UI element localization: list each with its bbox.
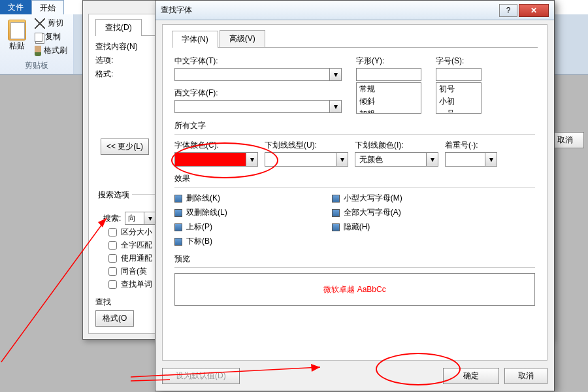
emphasis-label: 着重号(·): [445,140,497,151]
tab-start[interactable]: 开始 [31,0,64,14]
format-brush-button[interactable]: 格式刷 [33,44,69,57]
checkbox-icon [332,195,340,203]
tab-font[interactable]: 字体(N) [172,31,218,48]
dialog-title: 查找字体 [161,5,499,16]
size-input[interactable] [436,68,482,81]
eff-allcaps[interactable]: 全部大写字母(A) [332,207,402,218]
preview-title: 预览 [174,253,535,265]
find-options-label: 选项: [95,56,113,65]
paste-button[interactable]: 粘贴 [4,17,30,57]
cut-icon [35,18,45,29]
all-text-title: 所有文字 [174,120,535,131]
underline-color-label: 下划线颜色(I): [355,140,438,151]
style-label: 字形(Y): [356,56,421,67]
style-input[interactable] [356,68,421,81]
copy-button[interactable]: 复制 [33,31,69,43]
help-icon: ? [506,6,511,15]
find-content-label: 查找内容(N) [95,42,138,51]
chk-wildcard[interactable] [108,254,117,263]
style-listbox[interactable]: 常规 倾斜 加粗 [356,82,421,114]
checkbox-icon [174,238,182,246]
en-font-input[interactable] [174,100,330,113]
font-dialog: 查找字体 ? ✕ 字体(N) 高级(V) 中文字体(T): ▾ 西文字体(F):… [155,0,555,391]
find-format-label: 格式: [95,69,113,78]
help-button[interactable]: ? [499,4,517,17]
font-color-label: 字体颜色(C): [174,140,258,151]
chk-whole[interactable] [108,241,117,250]
eff-subscript[interactable]: 下标(B) [174,236,227,247]
set-default-button[interactable]: 设为默认值(D) [162,368,240,384]
cn-font-input[interactable] [174,68,330,81]
copy-icon [35,33,42,42]
size-listbox[interactable]: 初号 小初 一号 [436,82,482,114]
checkbox-icon [332,223,340,231]
close-button[interactable]: ✕ [519,4,549,17]
brush-icon [35,46,41,56]
color-swatch-red [175,153,246,166]
find-tab[interactable]: 查找(D) [95,19,142,36]
eff-superscript[interactable]: 上标(P) [174,221,227,233]
eff-double-strike[interactable]: 双删除线(L) [174,207,227,218]
paste-label: 粘贴 [9,41,25,52]
search-options-title: 搜索选项 [95,189,132,201]
emphasis-combo[interactable]: ▾ [445,152,497,167]
eff-strike[interactable]: 删除线(K) [174,193,227,204]
paste-icon [8,20,26,41]
underline-style-label: 下划线线型(U): [265,140,348,151]
preview-text: 微软卓越 AaBbCc [323,284,385,295]
search-dir-label: 搜索: [103,213,121,224]
search-dir-combo[interactable] [125,212,144,225]
format-button[interactable]: 格式(O [95,310,134,327]
title-bar: 查找字体 ? ✕ [155,1,554,20]
checkbox-icon [174,223,182,231]
chk-case[interactable] [108,228,117,237]
tab-file[interactable]: 文件 [0,0,31,14]
checkbox-icon [174,209,182,217]
chevron-down-icon[interactable]: ▾ [330,100,342,113]
cut-button[interactable]: 剪切 [33,17,69,29]
chk-single-word[interactable] [108,280,117,289]
underline-style-combo[interactable]: ▾ [265,152,348,167]
chevron-down-icon[interactable]: ▾ [426,153,438,166]
chevron-down-icon[interactable]: ▾ [330,68,342,81]
underline-color-combo[interactable]: 无颜色 ▾ [355,152,438,167]
en-font-label: 西文字体(F): [174,88,342,99]
cancel-button[interactable]: 取消 [504,368,547,384]
preview-box: 微软卓越 AaBbCc [174,273,535,306]
chk-homophone[interactable] [108,267,117,276]
eff-hidden[interactable]: 隐藏(H) [332,221,402,233]
eff-smallcaps[interactable]: 小型大写字母(M) [332,193,402,204]
chevron-down-icon[interactable]: ▾ [246,153,257,166]
checkbox-icon [332,209,340,217]
font-color-combo[interactable]: ▾ [174,152,258,167]
cn-font-label: 中文字体(T): [174,56,342,67]
checkbox-icon [174,195,182,203]
tab-advanced[interactable]: 高级(V) [220,30,265,47]
ok-button[interactable]: 确定 [443,368,499,384]
clipboard-group: 粘贴 剪切 复制 格式刷 剪贴板 [0,14,74,74]
size-label: 字号(S): [436,56,482,67]
chevron-down-icon[interactable]: ▾ [485,153,497,166]
chevron-down-icon[interactable]: ▾ [336,153,348,166]
less-button[interactable]: << 更少(L) [101,139,149,155]
effects-title: 效果 [174,173,535,184]
close-icon: ✕ [531,6,537,15]
clipboard-group-label: 剪贴板 [4,60,69,71]
